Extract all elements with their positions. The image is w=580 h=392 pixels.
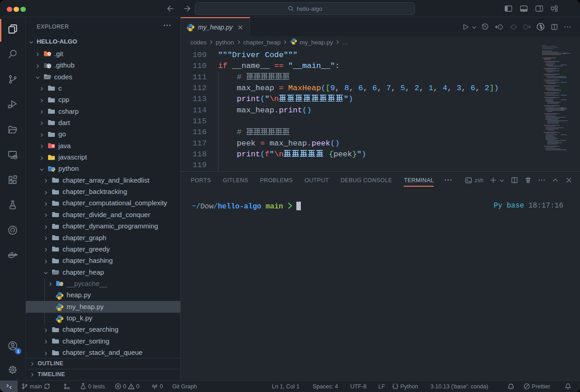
svg-text:JS: JS bbox=[52, 157, 54, 160]
